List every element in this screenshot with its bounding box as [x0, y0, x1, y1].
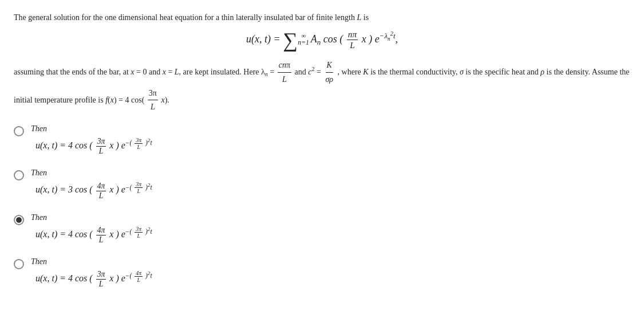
option-1: Then u(x, t) = 4 cos ( 3π L x ) e−( 3π L…: [14, 124, 630, 156]
option-2: Then u(x, t) = 3 cos ( 4π L x ) e−( 3π L…: [14, 168, 630, 200]
formula-2: u(x, t) = 3 cos ( 4π L x ) e−( 3π L )2t: [35, 181, 152, 200]
radio-3[interactable]: [14, 215, 24, 225]
radio-2[interactable]: [14, 170, 24, 180]
option-4-content: Then u(x, t) = 4 cos ( 3π L x ) e−( 4π L…: [31, 257, 152, 289]
option-4: Then u(x, t) = 4 cos ( 3π L x ) e−( 4π L…: [14, 257, 630, 289]
option-3-content: Then u(x, t) = 4 cos ( 4π L x ) e−( 3π L…: [31, 213, 152, 245]
option-1-content: Then u(x, t) = 4 cos ( 3π L x ) e−( 3π L…: [31, 124, 152, 156]
intro-text: The general solution for the one dimensi…: [14, 11, 630, 23]
then-label-3: Then: [31, 213, 152, 222]
option-2-content: Then u(x, t) = 3 cos ( 4π L x ) e−( 3π L…: [31, 168, 152, 200]
general-solution-formula: u(x, t) = ∑ ∞ n=1 An cos ( nπ L x ) e−λn…: [14, 29, 630, 50]
option-3: Then u(x, t) = 4 cos ( 4π L x ) e−( 3π L…: [14, 213, 630, 245]
formula-3: u(x, t) = 4 cos ( 4π L x ) e−( 3π L )2t: [35, 226, 152, 245]
then-label-1: Then: [31, 124, 152, 133]
options-list: Then u(x, t) = 4 cos ( 3π L x ) e−( 3π L…: [14, 124, 630, 289]
then-label-4: Then: [31, 257, 152, 266]
radio-4[interactable]: [14, 259, 24, 269]
then-label-2: Then: [31, 168, 152, 178]
radio-1[interactable]: [14, 126, 24, 136]
formula-4: u(x, t) = 4 cos ( 3π L x ) e−( 4π L )2t: [35, 270, 152, 289]
formula-1: u(x, t) = 4 cos ( 3π L x ) e−( 3π L )2t: [35, 137, 152, 156]
condition-text: assuming that the ends of the bar, at x …: [14, 58, 630, 114]
